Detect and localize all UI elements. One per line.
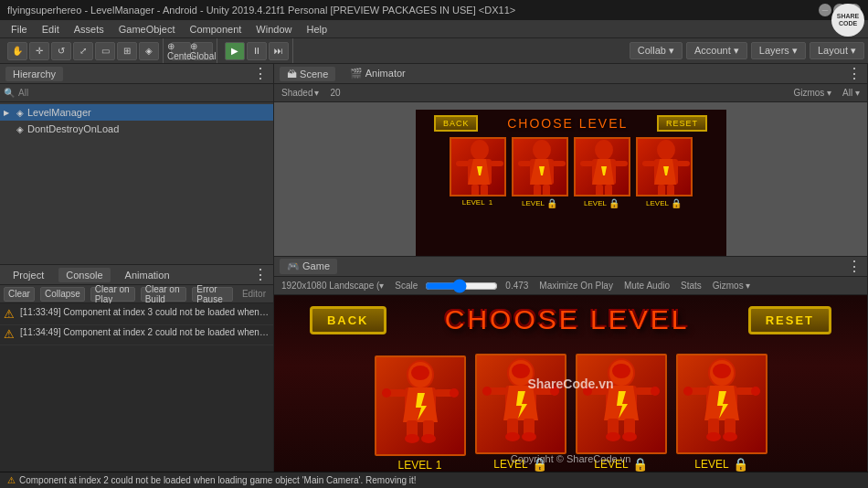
titlebar-text: flyingsuperhereo - LevelManager - Androi… <box>7 5 819 16</box>
sharecode-logo: SHARECODE <box>831 4 864 37</box>
svg-rect-3 <box>471 185 479 196</box>
layers-button[interactable]: Layers ▾ <box>751 42 806 59</box>
console-content: ⚠ [11:33:49] Component at index 3 could … <box>0 303 273 472</box>
warning-icon-2: ⚠ <box>4 327 15 341</box>
center-pivot[interactable]: ⊕ Center <box>171 42 191 60</box>
svg-point-44 <box>405 434 419 443</box>
collab-button[interactable]: Collab ▾ <box>630 42 683 59</box>
svg-point-48 <box>512 364 530 378</box>
game-header-bar: 🎮 Game ⋮ <box>274 257 867 277</box>
svg-point-67 <box>583 387 592 396</box>
game-icon: 🎮 <box>287 260 300 271</box>
svg-point-34 <box>411 366 429 380</box>
warning-icon-1: ⚠ <box>4 307 15 321</box>
error-pause-button[interactable]: Error Pause <box>192 287 233 302</box>
svg-point-41 <box>450 388 459 398</box>
console-message-2: [11:34:49] Component at index 2 could no… <box>20 327 270 337</box>
hero-figure-3 <box>580 356 662 452</box>
scale-label: Scale <box>391 281 421 291</box>
svg-rect-22 <box>614 161 628 166</box>
level-card-4: LEVEL 🔒 <box>676 354 767 472</box>
clear-on-build-button[interactable]: Clear on Build <box>141 287 187 302</box>
reset-btn-small: RESET <box>657 115 707 132</box>
scale-tool[interactable]: ⤢ <box>73 42 93 60</box>
pause-button[interactable]: ⏸ <box>247 42 267 60</box>
hand-tool[interactable]: ✋ <box>7 42 27 60</box>
project-tab[interactable]: Project <box>5 268 51 282</box>
hierarchy-options[interactable]: ⋮ <box>253 65 268 82</box>
shaded-dropdown[interactable]: Shaded ▾ <box>278 88 323 98</box>
reset-button[interactable]: RESET <box>748 306 831 334</box>
svg-point-45 <box>421 434 436 443</box>
mute-audio-button[interactable]: Mute Audio <box>620 281 673 291</box>
hierarchy-dont-destroy[interactable]: ◈ DontDestroyOnLoad <box>0 121 273 137</box>
hero-svg-4 <box>638 139 693 196</box>
svg-rect-5 <box>456 161 470 166</box>
console-tab[interactable]: Console <box>58 268 110 282</box>
clear-button[interactable]: Clear <box>4 287 35 302</box>
stats-button[interactable]: Stats <box>677 281 705 291</box>
level-hero-2 <box>475 354 566 454</box>
status-text: Component at index 2 could not be loaded… <box>19 475 417 485</box>
level-hero-1 <box>375 355 466 456</box>
svg-rect-14 <box>552 161 566 166</box>
hero-svg-1 <box>451 139 506 196</box>
animator-tab[interactable]: 🎬 Animator <box>343 66 412 81</box>
layout-button[interactable]: Layout ▾ <box>810 42 864 59</box>
hierarchy-item-label2: DontDestroyOnLoad <box>27 123 119 134</box>
collapse-button[interactable]: Collapse <box>40 287 85 302</box>
game-options[interactable]: ⋮ <box>847 258 862 275</box>
console-item-1[interactable]: ⚠ [11:33:49] Component at index 3 could … <box>0 305 273 325</box>
global-pivot[interactable]: ⊕ Global <box>193 42 213 60</box>
scene-view: BACK CHOOSE LEVEL RESET <box>274 102 867 256</box>
clear-on-play-button[interactable]: Clear on Play <box>90 287 135 302</box>
menu-item-help[interactable]: Help <box>299 20 334 37</box>
resolution-dropdown[interactable]: 1920x1080 Landscape (▾ <box>278 281 387 291</box>
game-area: 🎮 Game ⋮ 1920x1080 Landscape (▾ Scale 0.… <box>274 257 867 472</box>
svg-rect-29 <box>642 161 656 166</box>
svg-rect-30 <box>676 161 690 166</box>
hierarchy-tab[interactable]: Hierarchy <box>5 67 63 81</box>
rotate-tool[interactable]: ↺ <box>51 42 71 60</box>
scene-options[interactable]: ⋮ <box>847 65 862 82</box>
scale-value: 20 <box>326 88 344 98</box>
custom-tool[interactable]: ◈ <box>139 42 159 60</box>
animation-tab[interactable]: Animation <box>118 268 177 282</box>
hierarchy-level-manager[interactable]: ▶ ◈ LevelManager <box>0 104 273 121</box>
svg-point-16 <box>595 140 613 160</box>
menu-item-edit[interactable]: Edit <box>35 20 67 37</box>
svg-point-58 <box>505 432 520 441</box>
game-tab[interactable]: 🎮 Game <box>280 259 337 274</box>
maximize-on-play-button[interactable]: Maximize On Play <box>535 281 617 291</box>
level-4-lock-icon: 🔒 <box>733 457 748 472</box>
scene-area: 🏔 Scene 🎬 Animator ⋮ Shaded ▾ 20 G <box>274 64 867 257</box>
hierarchy-all-label[interactable]: All <box>18 88 28 98</box>
move-tool[interactable]: ✛ <box>29 42 49 60</box>
game-gizmos-button[interactable]: Gizmos ▾ <box>709 281 755 291</box>
menu-item-gameobject[interactable]: GameObject <box>111 20 183 37</box>
menu-item-window[interactable]: Window <box>249 20 299 37</box>
menu-item-component[interactable]: Component <box>182 20 249 37</box>
gizmos-button[interactable]: Gizmos ▾ <box>789 88 835 98</box>
menu-item-assets[interactable]: Assets <box>67 20 111 37</box>
back-button[interactable]: BACK <box>310 306 386 334</box>
scene-tab[interactable]: 🏔 Scene <box>280 67 335 81</box>
level-card-1[interactable]: LEVEL 1 <box>375 355 466 472</box>
menu-item-file[interactable]: File <box>4 20 35 37</box>
account-button[interactable]: Account ▾ <box>686 42 747 59</box>
project-options[interactable]: ⋮ <box>253 266 268 283</box>
play-button[interactable]: ▶ <box>225 42 245 60</box>
svg-point-62 <box>612 364 630 378</box>
console-item-2[interactable]: ⚠ [11:34:49] Component at index 2 could … <box>0 325 273 345</box>
rect-tool[interactable]: ▭ <box>95 42 115 60</box>
scene-header: 🏔 Scene 🎬 Animator ⋮ <box>274 64 867 84</box>
scale-slider[interactable] <box>425 279 498 293</box>
hierarchy-header: Hierarchy ⋮ <box>0 64 273 84</box>
step-button[interactable]: ⏭ <box>269 42 289 60</box>
all-dropdown[interactable]: All ▾ <box>839 88 863 98</box>
console-toolbar: Clear Collapse Clear on Play Clear on Bu… <box>0 285 273 303</box>
minimize-button[interactable]: ─ <box>819 4 831 16</box>
hierarchy-item-label: LevelManager <box>27 107 91 118</box>
svg-rect-28 <box>667 185 674 196</box>
transform-tool[interactable]: ⊞ <box>117 42 137 60</box>
